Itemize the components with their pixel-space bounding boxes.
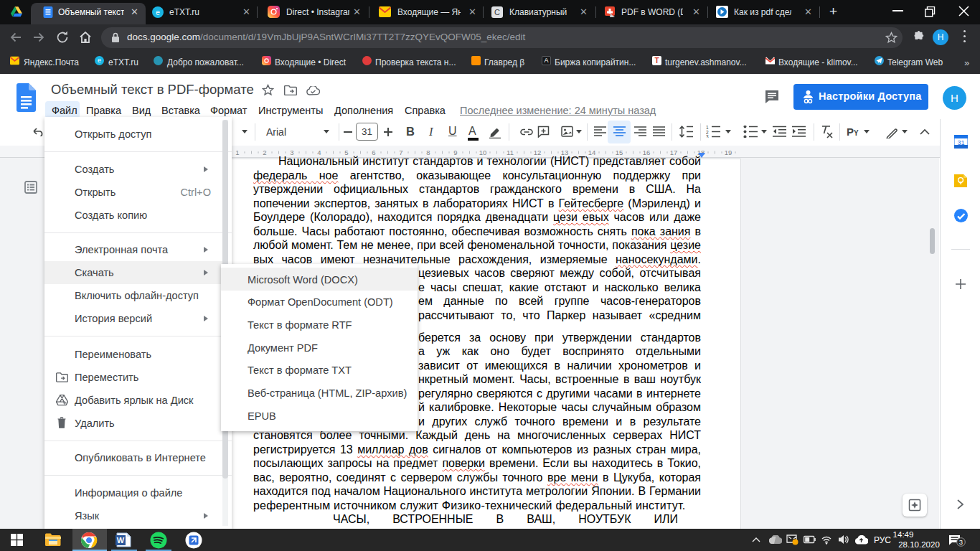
svg-text:3: 3 bbox=[959, 538, 963, 546]
svg-text:19: 19 bbox=[725, 149, 732, 156]
svg-text:1: 1 bbox=[235, 149, 239, 156]
svg-text:e: e bbox=[156, 9, 160, 17]
svg-text:3: 3 bbox=[706, 134, 709, 138]
svg-text:2: 2 bbox=[263, 149, 266, 156]
svg-text:31: 31 bbox=[957, 139, 964, 146]
svg-text:C: C bbox=[494, 8, 500, 17]
svg-text:W: W bbox=[117, 536, 125, 545]
